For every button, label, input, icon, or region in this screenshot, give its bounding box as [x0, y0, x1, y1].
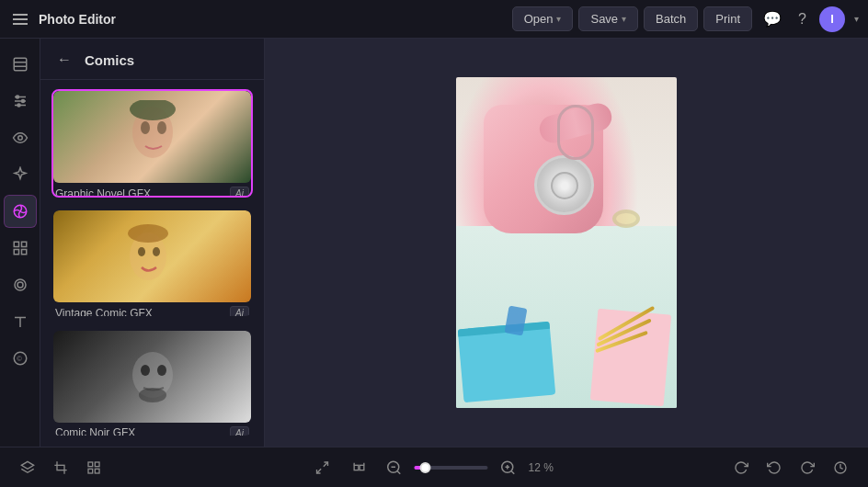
zoom-slider-thumb[interactable] [420, 462, 431, 473]
desk-notebook [458, 322, 556, 402]
topbar-left: Photo Editor [9, 10, 505, 28]
open-button[interactable]: Open ▾ [512, 6, 574, 31]
svg-marker-33 [21, 461, 33, 469]
ai-badge-vintage-comic: Ai [230, 306, 249, 317]
save-chevron-icon: ▾ [622, 14, 626, 24]
svg-point-15 [15, 279, 26, 290]
svg-point-22 [141, 121, 150, 134]
app-title: Photo Editor [39, 12, 116, 27]
grid-tool-button[interactable] [79, 453, 108, 482]
history-button[interactable] [826, 453, 855, 482]
user-avatar[interactable]: I [819, 6, 845, 32]
zoom-slider[interactable] [415, 466, 488, 470]
tape-roll [612, 210, 640, 228]
canvas-area[interactable] [265, 39, 868, 447]
photo-content [456, 77, 677, 408]
zoom-in-button[interactable] [496, 455, 521, 481]
svg-point-31 [157, 365, 166, 376]
zoom-out-button[interactable] [382, 455, 407, 481]
fit-screen-button[interactable] [308, 453, 337, 482]
svg-rect-14 [21, 250, 26, 255]
topbar: Photo Editor Open ▾ Save ▾ Batch Print 💬… [0, 0, 868, 39]
svg-line-40 [317, 469, 322, 473]
svg-point-27 [153, 247, 160, 256]
svg-line-39 [324, 462, 328, 467]
sidebar-lens-button[interactable] [4, 268, 37, 301]
bottom-bar: 12 % [0, 447, 868, 487]
topbar-right: 💬 ? I ▾ [760, 6, 859, 32]
thumb-overlay-comic-noir [53, 331, 251, 423]
svg-rect-37 [88, 469, 93, 473]
ai-badge-comic-noir: Ai [230, 426, 249, 437]
back-button[interactable]: ← [53, 50, 75, 70]
effect-item-vintage-comic[interactable]: Vintage Comic GFX Ai [51, 209, 253, 317]
svg-point-9 [17, 136, 22, 141]
sidebar-adjust-button[interactable] [4, 85, 37, 118]
svg-point-6 [16, 96, 18, 98]
sidebar-watermark-button[interactable]: © [4, 342, 37, 375]
effect-label-comic-noir: Comic Noir GFX [55, 426, 135, 437]
comment-icon-button[interactable]: 💬 [760, 6, 785, 31]
undo-button[interactable] [760, 453, 789, 482]
thumb-overlay-vintage-comic [53, 210, 251, 302]
effect-thumbnail-vintage-comic [53, 210, 251, 302]
print-button[interactable]: Print [703, 6, 752, 31]
crop-view-button[interactable] [345, 453, 374, 482]
svg-line-49 [511, 470, 514, 473]
svg-rect-42 [360, 465, 364, 470]
svg-text:©: © [17, 355, 22, 363]
svg-point-8 [17, 104, 20, 107]
svg-rect-13 [14, 250, 18, 255]
zoom-level-display: 12 % [529, 461, 561, 474]
hamburger-menu[interactable] [9, 10, 31, 28]
effect-label-row-vintage-comic: Vintage Comic GFX Ai [53, 302, 251, 317]
save-button[interactable]: Save ▾ [578, 6, 638, 31]
svg-point-26 [138, 247, 145, 256]
svg-point-30 [141, 365, 150, 376]
sidebar-magic-button[interactable] [4, 158, 37, 191]
topbar-center: Open ▾ Save ▾ Batch Print [512, 6, 752, 31]
svg-rect-34 [57, 465, 64, 470]
sidebar-view-button[interactable] [4, 121, 37, 154]
canvas-image [456, 77, 677, 408]
svg-rect-36 [95, 462, 99, 467]
sidebar-frames-button[interactable] [4, 232, 37, 265]
desk-notepad [590, 309, 671, 407]
help-icon-button[interactable]: ? [794, 7, 810, 31]
svg-point-7 [21, 100, 24, 103]
sidebar-text-button[interactable] [4, 305, 37, 338]
phone-dial [534, 155, 594, 215]
ai-badge-graphic-novel: Ai [230, 187, 249, 198]
phone-body [484, 105, 603, 233]
sidebar-effects-button[interactable] [4, 195, 37, 228]
effect-label-vintage-comic: Vintage Comic GFX [55, 307, 153, 318]
open-chevron-icon: ▾ [556, 14, 561, 24]
svg-line-46 [397, 470, 400, 473]
effect-label-graphic-novel: Graphic Novel GFX [55, 187, 151, 198]
layers-tool-button[interactable] [13, 453, 42, 482]
batch-button[interactable]: Batch [644, 6, 698, 31]
svg-point-23 [157, 121, 166, 134]
effect-item-graphic-novel[interactable]: Graphic Novel GFX Ai [51, 89, 253, 198]
bottom-center-zoom: 12 % [308, 453, 561, 482]
crop-tool-button[interactable] [46, 453, 75, 482]
svg-rect-38 [95, 469, 99, 473]
svg-rect-0 [14, 58, 27, 71]
svg-point-32 [139, 388, 166, 402]
effect-thumbnail-graphic-novel [53, 91, 251, 183]
sidebar-layers-button[interactable] [4, 48, 37, 81]
effect-label-row-graphic-novel: Graphic Novel GFX Ai [53, 183, 251, 198]
icon-sidebar: © [0, 39, 40, 447]
effect-item-comic-noir[interactable]: Comic Noir GFX Ai [51, 329, 253, 437]
effects-list: Graphic Novel GFX Ai [40, 80, 264, 447]
user-chevron-icon[interactable]: ▾ [854, 14, 859, 24]
redo-button[interactable] [793, 453, 822, 482]
thumb-overlay-graphic-novel [53, 91, 251, 183]
effect-label-row-comic-noir: Comic Noir GFX Ai [53, 423, 251, 437]
refresh-button[interactable] [726, 453, 756, 482]
svg-rect-11 [14, 242, 18, 246]
svg-rect-12 [21, 242, 26, 246]
svg-rect-35 [88, 462, 93, 467]
main-area: © ← Comics [0, 39, 868, 447]
svg-rect-41 [354, 465, 359, 470]
